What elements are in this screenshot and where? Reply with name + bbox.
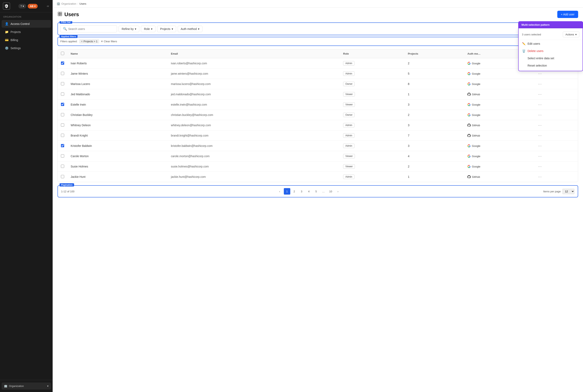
row-checkbox[interactable]: [61, 72, 64, 75]
row-projects: 8: [405, 79, 464, 89]
items-per-page: Items per page 12 25 50 100: [543, 189, 574, 194]
items-per-page-select[interactable]: 12 25 50 100: [562, 189, 574, 194]
row-actions-button[interactable]: ⋯: [537, 174, 543, 180]
items-per-page-label: Items per page: [543, 190, 561, 193]
row-actions-cell: ⋯: [534, 162, 578, 172]
table-row: Susie Holmes susie.holmes@hashicorp.com …: [58, 162, 578, 172]
avatar-button[interactable]: AB ▾: [28, 4, 38, 8]
row-auth: GitHub: [464, 130, 534, 141]
users-table: Name Email Role Projects Auth me… Ivan R…: [58, 49, 578, 182]
org-footer-button[interactable]: 🏢 Organization ▾: [2, 382, 51, 390]
filters-applied-row: Filters applied: ✕ Projects > 1 ✕ Clear …: [58, 37, 578, 46]
page-button-2[interactable]: 2: [291, 188, 298, 194]
row-projects: 7: [405, 130, 464, 141]
row-checkbox-cell: [58, 151, 67, 162]
next-page-button[interactable]: ›: [335, 188, 341, 194]
row-actions-button[interactable]: ⋯: [537, 164, 543, 169]
row-checkbox[interactable]: [61, 92, 64, 96]
row-checkbox[interactable]: [61, 62, 64, 65]
add-user-button[interactable]: + Add user: [557, 11, 578, 18]
row-checkbox-cell: [58, 68, 67, 79]
collapse-sidebar-button[interactable]: ‹‹: [46, 4, 50, 9]
row-projects: 3: [405, 120, 464, 130]
refine-by-button[interactable]: Refine by ▾: [119, 26, 139, 32]
row-email: jame.winters@hashicorp.com: [168, 68, 340, 79]
settings-icon: ⚙️: [5, 46, 9, 50]
help-button[interactable]: ? ▾: [19, 4, 26, 8]
page-controls: ‹ 1 2 3 4 5 … 10 ›: [276, 188, 341, 194]
row-actions-button[interactable]: ⋯: [537, 112, 543, 118]
prev-page-button[interactable]: ‹: [276, 188, 283, 194]
clear-icon: ✕: [101, 40, 103, 43]
filter-row: 🔍 Refine by ▾ Role ▾ Projects ▾ Auth met…: [58, 22, 578, 35]
page-button-3[interactable]: 3: [299, 188, 305, 194]
breadcrumb-org-icon: 🏢: [57, 2, 60, 5]
row-actions-button[interactable]: ⋯: [537, 81, 543, 86]
filter-tag-remove[interactable]: ✕: [81, 40, 83, 43]
select-entire-dataset-item[interactable]: Select entire data set: [519, 54, 582, 62]
reset-selection-item[interactable]: Reset selection: [519, 62, 582, 69]
row-checkbox[interactable]: [61, 175, 64, 178]
row-actions-button[interactable]: ⋯: [537, 71, 543, 76]
row-projects: 2: [405, 58, 464, 68]
chevron-down-icon: ▾: [172, 27, 173, 30]
sidebar-item-access-control[interactable]: 👤 Access Control: [2, 20, 51, 28]
row-checkbox[interactable]: [61, 82, 64, 85]
row-checkbox[interactable]: [61, 154, 64, 158]
table-row: Jame Winters jame.winters@hashicorp.com …: [58, 68, 578, 79]
select-all-checkbox[interactable]: [61, 52, 64, 55]
table-row: Estelle Irwin estelle.irwin@hashicorp.co…: [58, 100, 578, 110]
clear-filters-button[interactable]: ✕ Clear filters: [101, 40, 117, 43]
delete-icon: 🗑️: [522, 49, 525, 52]
row-actions-button[interactable]: ⋯: [537, 102, 543, 107]
search-box[interactable]: 🔍: [60, 25, 117, 32]
search-input[interactable]: [68, 27, 114, 30]
filters-applied-text: Filters applied:: [60, 40, 78, 43]
sidebar-item-billing[interactable]: 💳 Billing: [2, 36, 51, 44]
edit-users-item[interactable]: ✏️ Edit users: [519, 40, 582, 47]
chevron-down-icon: ▾: [135, 27, 136, 30]
row-email: jackie.hunt@hashicorp.com: [168, 172, 340, 182]
row-projects: 3: [405, 141, 464, 151]
row-checkbox[interactable]: [61, 165, 64, 168]
row-name: Christian Buckley: [67, 110, 168, 120]
sidebar-item-settings[interactable]: ⚙️ Settings: [2, 44, 51, 52]
row-projects: 1: [405, 172, 464, 182]
page-button-10[interactable]: 10: [328, 188, 334, 194]
main-content: 🏢 Organization / Users Users + Add user …: [53, 0, 583, 392]
row-role: Admin: [340, 141, 405, 151]
page-button-1[interactable]: 1: [284, 188, 290, 194]
delete-users-item[interactable]: 🗑️ Delete users: [519, 47, 582, 54]
row-actions-button[interactable]: ⋯: [537, 143, 543, 148]
page-title: Users: [64, 11, 79, 18]
row-checkbox-cell: [58, 79, 67, 89]
role-filter-button[interactable]: Role ▾: [141, 26, 155, 32]
actions-dropdown-button[interactable]: Actions ▾: [563, 32, 579, 38]
row-checkbox[interactable]: [61, 113, 64, 116]
row-actions-button[interactable]: ⋯: [537, 92, 543, 97]
row-checkbox[interactable]: [61, 134, 64, 137]
search-icon: 🔍: [63, 27, 67, 31]
row-checkbox-cell: [58, 120, 67, 130]
page-button-5[interactable]: 5: [313, 188, 320, 194]
content-area: Filter bar 🔍 Refine by ▾ Role ▾ Projects…: [53, 21, 583, 392]
row-actions-button[interactable]: ⋯: [537, 133, 543, 138]
row-name: Jed Maldonado: [67, 89, 168, 100]
row-actions-button[interactable]: ⋯: [537, 154, 543, 159]
breadcrumb-separator: /: [78, 2, 78, 5]
row-actions-button[interactable]: ⋯: [537, 122, 543, 128]
row-auth: Google: [464, 151, 534, 162]
row-projects: 5: [405, 68, 464, 79]
row-checkbox[interactable]: [61, 144, 64, 147]
sidebar-item-projects[interactable]: 📁 Projects: [2, 28, 51, 36]
projects-filter-button[interactable]: Projects ▾: [157, 26, 176, 32]
sidebar-footer: 🏢 Organization ▾: [0, 380, 53, 392]
row-checkbox[interactable]: [61, 124, 64, 126]
selected-count: 3 users selected: [522, 33, 541, 36]
select-entire-label: Select entire data set: [527, 57, 554, 60]
auth-method-filter-button[interactable]: Auth method ▾: [178, 26, 202, 32]
row-projects: 1: [405, 89, 464, 100]
row-checkbox[interactable]: [61, 103, 64, 106]
row-email: christian.buckley@hashicorp.com: [168, 110, 340, 120]
page-button-4[interactable]: 4: [306, 188, 312, 194]
